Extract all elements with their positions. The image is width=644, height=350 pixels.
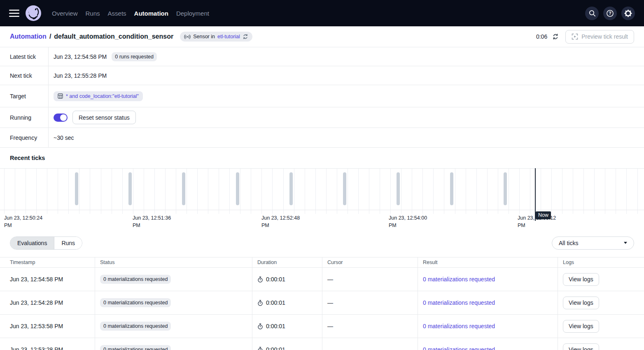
tick-result-link[interactable]: 0 materializations requested xyxy=(423,346,495,350)
refresh-icon xyxy=(552,33,559,40)
evaluations-toolbar: Evaluations Runs All ticks xyxy=(0,229,644,257)
sensor-location-badge: Sensor in etl-tutorial xyxy=(180,32,252,42)
chevron-down-icon xyxy=(624,242,627,244)
tick-status-badge: 0 materializations requested xyxy=(100,298,171,307)
view-segmented-control: Evaluations Runs xyxy=(10,236,82,250)
search-icon xyxy=(588,9,596,17)
stopwatch-icon xyxy=(257,347,263,350)
tick-timestamp: Jun 23, 12:54:28 PM xyxy=(0,291,95,314)
axis-tick-label: Jun 23, 12:50:24PM xyxy=(4,214,58,229)
preview-tick-result-button[interactable]: Preview tick result xyxy=(565,30,634,44)
latest-tick-value: Jun 23, 12:54:58 PM xyxy=(54,53,107,60)
tick-bar[interactable] xyxy=(289,172,293,205)
tab-evaluations[interactable]: Evaluations xyxy=(10,237,54,249)
stopwatch-icon xyxy=(257,323,263,329)
reset-sensor-status-button[interactable]: Reset sensor status xyxy=(72,111,136,124)
svg-text:?: ? xyxy=(609,11,611,16)
tick-result-link[interactable]: 0 materializations requested xyxy=(423,323,495,329)
nav-actions: ? xyxy=(585,7,635,20)
top-nav: Overview Runs Assets Automation Deployme… xyxy=(0,0,644,26)
col-logs: Logs xyxy=(558,257,644,267)
next-tick-value: Jun 23, 12:55:28 PM xyxy=(54,72,107,79)
search-button[interactable] xyxy=(585,7,599,20)
tick-status-badge: 0 materializations requested xyxy=(100,322,171,331)
running-toggle[interactable] xyxy=(54,114,68,122)
frequency-row: Frequency ~30 sec xyxy=(0,128,644,148)
help-icon: ? xyxy=(606,9,614,17)
latest-tick-label: Latest tick xyxy=(0,47,49,66)
nav-item-deployment[interactable]: Deployment xyxy=(176,10,209,17)
tick-status-badge: 0 materializations requested xyxy=(100,275,171,284)
target-selection-chip[interactable]: * and code_location:"etl-tutorial" xyxy=(54,91,143,101)
table-row: Jun 23, 12:54:58 PM 0 materializations r… xyxy=(0,268,644,291)
code-location-link[interactable]: etl-tutorial xyxy=(217,34,240,39)
tick-bar[interactable] xyxy=(128,172,132,205)
page-title: default_automation_condition_sensor xyxy=(54,33,173,40)
view-logs-button[interactable]: View logs xyxy=(563,297,599,309)
view-logs-button[interactable]: View logs xyxy=(563,273,599,286)
tick-bar[interactable] xyxy=(343,172,346,205)
target-label: Target xyxy=(0,85,49,107)
nav-links: Overview Runs Assets Automation Deployme… xyxy=(52,10,209,17)
settings-gear-icon xyxy=(624,9,632,17)
tick-cursor: — xyxy=(322,291,418,314)
next-tick-label: Next tick xyxy=(0,66,49,85)
recent-ticks-heading: Recent ticks xyxy=(10,155,45,161)
tick-result-link[interactable]: 0 materializations requested xyxy=(423,299,495,306)
app-root: Overview Runs Assets Automation Deployme… xyxy=(0,0,644,350)
table-row: Jun 23, 12:54:28 PM 0 materializations r… xyxy=(0,291,644,315)
sensor-details: Latest tick Jun 23, 12:54:58 PM 0 runs r… xyxy=(0,47,644,148)
nav-item-assets[interactable]: Assets xyxy=(108,10,126,17)
next-tick-row: Next tick Jun 23, 12:55:28 PM xyxy=(0,66,644,85)
recent-ticks-timeline: Jun 23, 12:50:24PMJun 23, 12:51:36PMJun … xyxy=(0,168,644,229)
frequency-value: ~30 sec xyxy=(54,134,74,141)
view-logs-button[interactable]: View logs xyxy=(563,343,599,350)
evaluations-table: Timestamp Status Duration Cursor Result … xyxy=(0,257,644,350)
menu-icon[interactable] xyxy=(9,9,20,17)
sensor-badge-text: Sensor in xyxy=(193,34,215,39)
tick-bar[interactable] xyxy=(397,172,400,205)
tick-duration: 0:00:01 xyxy=(266,299,285,306)
breadcrumb-automation-link[interactable]: Automation xyxy=(10,33,47,40)
tab-runs[interactable]: Runs xyxy=(54,237,82,249)
tick-timestamp: Jun 23, 12:54:58 PM xyxy=(0,268,95,291)
nav-item-automation[interactable]: Automation xyxy=(134,10,168,17)
refresh-countdown: 0:06 xyxy=(536,33,547,40)
refresh-button[interactable] xyxy=(552,33,559,40)
tick-timestamp: Jun 23, 12:53:58 PM xyxy=(0,315,95,338)
nav-item-runs[interactable]: Runs xyxy=(86,10,100,17)
running-row: Running Reset sensor status xyxy=(0,107,644,128)
tick-result-link[interactable]: 0 materializations requested xyxy=(423,276,495,283)
table-header: Timestamp Status Duration Cursor Result … xyxy=(0,257,644,268)
nav-item-overview[interactable]: Overview xyxy=(52,10,78,17)
breadcrumb-separator: / xyxy=(49,33,51,40)
tick-filter-select[interactable]: All ticks xyxy=(552,236,634,250)
col-status: Status xyxy=(95,257,252,267)
tick-bar[interactable] xyxy=(236,172,239,205)
tick-duration: 0:00:01 xyxy=(266,323,285,329)
tick-cursor: — xyxy=(322,268,418,291)
help-button[interactable]: ? xyxy=(603,7,617,20)
tick-duration: 0:00:01 xyxy=(266,346,285,350)
tick-bar[interactable] xyxy=(504,172,507,205)
latest-tick-row: Latest tick Jun 23, 12:54:58 PM 0 runs r… xyxy=(0,47,644,66)
sensor-signal-icon xyxy=(184,34,191,39)
table-row: Jun 23, 12:53:28 PM 0 materializations r… xyxy=(0,338,644,350)
running-label: Running xyxy=(0,107,49,127)
view-logs-button[interactable]: View logs xyxy=(563,320,599,333)
preview-icon xyxy=(572,33,578,40)
tick-bar[interactable] xyxy=(450,172,453,205)
recent-ticks-section: Recent ticks xyxy=(0,148,644,168)
reload-location-icon[interactable] xyxy=(243,34,248,39)
tick-bar[interactable] xyxy=(75,172,78,205)
now-badge: Now xyxy=(536,211,551,219)
tick-timestamp: Jun 23, 12:53:28 PM xyxy=(0,338,95,350)
tick-bar[interactable] xyxy=(182,172,185,205)
stopwatch-icon xyxy=(257,276,263,283)
dagster-logo-icon[interactable] xyxy=(26,5,41,21)
settings-button[interactable] xyxy=(621,7,635,20)
tick-cursor: — xyxy=(322,315,418,338)
axis-tick-label: Jun 23, 12:51:36PM xyxy=(133,214,186,229)
page-header: Automation / default_automation_conditio… xyxy=(0,26,644,47)
tick-filter-value: All ticks xyxy=(559,240,578,246)
